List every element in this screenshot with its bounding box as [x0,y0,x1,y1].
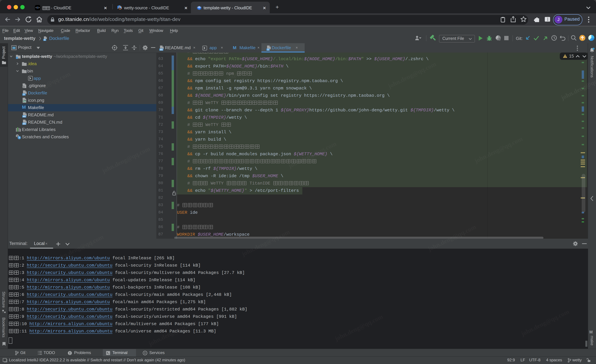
svg-text:D: D [44,39,45,41]
svg-text:MD: MD [23,123,26,125]
svg-text:D: D [268,49,269,51]
svg-text:MD: MD [23,116,26,117]
svg-text:MD: MD [160,49,163,51]
svg-text:</>: </> [198,7,200,8]
